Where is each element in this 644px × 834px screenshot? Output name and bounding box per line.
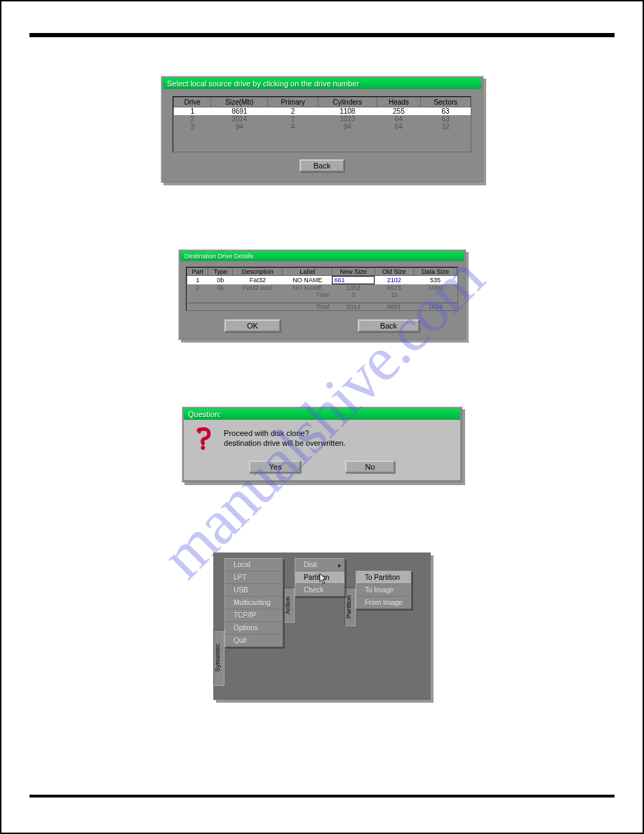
cell: 0b bbox=[208, 276, 233, 285]
cell: 1 bbox=[187, 276, 208, 285]
question-line1: Proceed with disk clone? bbox=[224, 429, 309, 437]
cell: NO NAME bbox=[283, 284, 333, 291]
top-rule bbox=[29, 33, 615, 37]
col-heads: Heads bbox=[377, 98, 421, 107]
cell: 8691 bbox=[375, 303, 413, 310]
cell: 2014 bbox=[211, 115, 268, 123]
table-row[interactable]: 1 0b Fat32 NO NAME 661 2102 535 bbox=[187, 276, 457, 285]
col-type: Type bbox=[208, 268, 233, 276]
cell: 2 bbox=[268, 107, 318, 116]
cell: NO NAME bbox=[283, 276, 333, 285]
col-primary: Primary bbox=[268, 98, 318, 107]
cell: 3 bbox=[174, 123, 211, 131]
menu-label: Disk bbox=[304, 561, 317, 569]
cell: 64 bbox=[377, 115, 421, 123]
cell: 255 bbox=[377, 107, 421, 116]
menu-item-to-image[interactable]: To Image bbox=[356, 584, 411, 597]
col-oldsize: Old Size bbox=[375, 268, 413, 276]
table-header-row: Drive Size(Mb) Primary Cylinders Heads S… bbox=[174, 98, 471, 107]
cell: 535 bbox=[413, 276, 457, 285]
cell: 1108 bbox=[318, 107, 377, 116]
cell: 1352 bbox=[332, 284, 375, 291]
table-row[interactable]: 1 8691 2 1108 255 63 bbox=[174, 107, 471, 116]
cell: 94 bbox=[211, 123, 268, 131]
drive-table: Drive Size(Mb) Primary Cylinders Heads S… bbox=[173, 96, 471, 152]
new-size-input[interactable]: 661 bbox=[332, 276, 375, 284]
menu-panel: Symantec Action Partition Local LPT USB … bbox=[213, 552, 431, 700]
cell: 2 bbox=[174, 115, 211, 123]
col-size: Size(Mb) bbox=[211, 98, 268, 107]
back-button[interactable]: Back bbox=[358, 319, 420, 332]
cell: 6573 bbox=[375, 284, 413, 291]
menu-col3: To Partition To Image From Image bbox=[356, 571, 412, 609]
cell: 63 bbox=[421, 115, 471, 123]
table-row[interactable]: 2 0b Fat32 extd NO NAME 1352 6573 1089 bbox=[187, 284, 457, 291]
menu-item-options[interactable]: Options bbox=[225, 622, 283, 635]
cell: 15 bbox=[375, 291, 413, 298]
ok-button[interactable]: OK bbox=[224, 319, 281, 332]
cell: 2102 bbox=[375, 276, 413, 285]
col-desc: Description bbox=[232, 268, 282, 276]
svg-point-0 bbox=[201, 445, 205, 449]
cell: 32 bbox=[421, 123, 471, 131]
cell: 1 bbox=[268, 115, 318, 123]
menu-item-from-image[interactable]: From Image bbox=[356, 597, 411, 609]
cell: 1023 bbox=[318, 115, 377, 123]
question-icon bbox=[192, 427, 216, 451]
cell: Fat32 extd bbox=[232, 284, 282, 291]
submenu-arrow-icon: ▸ bbox=[338, 562, 342, 569]
menu-item-usb[interactable]: USB bbox=[225, 584, 283, 597]
cell: 0b bbox=[208, 284, 233, 291]
menu-item-check[interactable]: Check bbox=[295, 584, 344, 596]
cell: 2014 bbox=[332, 303, 375, 310]
col-part: Part bbox=[187, 268, 208, 276]
menu-item-quit[interactable]: Quit bbox=[225, 635, 283, 647]
free-row: Free 0 15 bbox=[187, 291, 457, 298]
dlg2-title: Destination Drive Details bbox=[180, 251, 464, 261]
menu-item-multicasting[interactable]: Multicasting bbox=[225, 597, 283, 609]
yes-button[interactable]: Yes bbox=[249, 461, 301, 473]
tab-partition[interactable]: Partition bbox=[344, 588, 356, 626]
bottom-rule bbox=[29, 795, 615, 797]
cell: 0 bbox=[332, 291, 375, 298]
menu-item-lpt[interactable]: LPT bbox=[225, 571, 283, 584]
back-button[interactable]: Back bbox=[300, 159, 344, 172]
partition-table: Part Type Description Label New Size Old… bbox=[186, 267, 458, 311]
col-cylinders: Cylinders bbox=[318, 98, 377, 107]
menu-item-to-partition[interactable]: To Partition bbox=[356, 571, 411, 584]
source-drive-dialog: Select local source drive by clicking on… bbox=[161, 76, 483, 183]
menu-item-disk[interactable]: Disk▸ bbox=[295, 559, 344, 571]
menu-col1: Local LPT USB Multicasting TCP/IP Option… bbox=[224, 558, 283, 647]
menu-item-tcpip[interactable]: TCP/IP bbox=[225, 609, 283, 622]
cell: 63 bbox=[421, 107, 471, 116]
question-text: Proceed with disk clone? destination dri… bbox=[224, 427, 346, 449]
table-row[interactable]: 3 94 4 94 64 32 bbox=[174, 123, 471, 131]
table-row[interactable]: 2 2014 1 1023 64 63 bbox=[174, 115, 471, 123]
question-dialog: Question: Proceed with disk clone? desti… bbox=[182, 406, 462, 482]
menu-item-partition[interactable]: Partition bbox=[295, 571, 344, 584]
cell: 1089 bbox=[413, 284, 457, 291]
cell: 2 bbox=[187, 284, 208, 291]
cell: 1 bbox=[174, 107, 211, 116]
dlg1-title: Select local source drive by clicking on… bbox=[163, 78, 481, 89]
cell: 8691 bbox=[211, 107, 268, 116]
question-line2: destination drive will be overwritten. bbox=[224, 439, 346, 447]
col-newsize: New Size bbox=[332, 268, 375, 276]
cell: 64 bbox=[377, 123, 421, 131]
dest-drive-dialog: Destination Drive Details Part Type Desc… bbox=[178, 249, 466, 340]
col-drive: Drive bbox=[174, 98, 211, 107]
no-button[interactable]: No bbox=[345, 461, 394, 473]
cell: 94 bbox=[318, 123, 377, 131]
tab-action[interactable]: Action bbox=[283, 588, 295, 623]
free-label: Free bbox=[283, 291, 333, 298]
dlg3-title: Question: bbox=[184, 409, 460, 420]
total-row: Total 2014 8691 1624 bbox=[187, 303, 457, 310]
cell: Fat32 bbox=[232, 276, 282, 285]
col-sectors: Sectors bbox=[421, 98, 471, 107]
tab-symantec[interactable]: Symantec bbox=[213, 630, 224, 686]
col-label: Label bbox=[283, 268, 333, 276]
cell: 4 bbox=[268, 123, 318, 131]
col-datasize: Data Size bbox=[413, 268, 457, 276]
menu-item-local[interactable]: Local bbox=[225, 559, 283, 571]
table-header-row: Part Type Description Label New Size Old… bbox=[187, 268, 457, 276]
